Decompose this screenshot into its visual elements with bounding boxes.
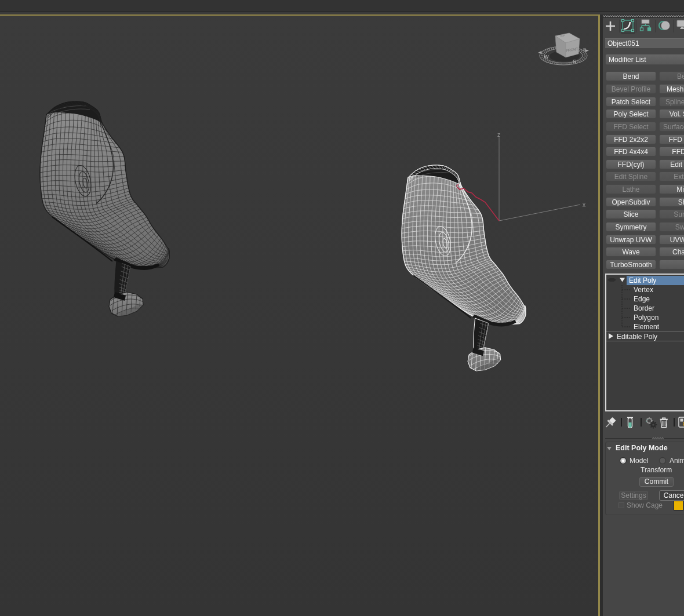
svg-text:W: W — [544, 54, 549, 60]
svg-text:S: S — [573, 59, 576, 64]
svg-text:z: z — [497, 132, 500, 138]
svg-text:x: x — [583, 202, 585, 208]
svg-text:E: E — [583, 47, 586, 52]
svg-text:TOP: TOP — [559, 34, 565, 38]
